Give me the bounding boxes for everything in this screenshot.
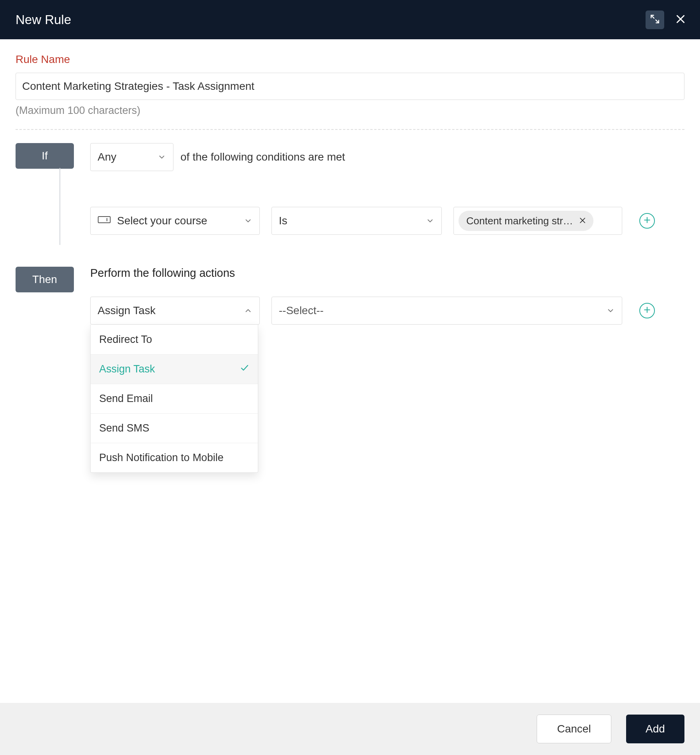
rule-builder: If Any of the following conditions are m… (16, 143, 684, 325)
chevron-down-icon (426, 217, 434, 225)
close-button[interactable] (671, 10, 690, 29)
svg-rect-4 (98, 217, 110, 223)
action-option-label: Send SMS (99, 422, 149, 434)
if-pill: If (16, 143, 74, 169)
then-row: Then Perform the following actions Assig… (16, 267, 684, 325)
connector-line (60, 168, 60, 245)
collapse-button[interactable] (646, 10, 664, 29)
then-content: Perform the following actions Assign Tas… (90, 267, 684, 325)
header-actions (646, 10, 690, 29)
action-target-placeholder: --Select-- (279, 304, 324, 317)
chevron-down-icon (244, 217, 252, 225)
match-mode-select[interactable]: Any (90, 143, 173, 171)
new-rule-modal: New Rule Rule Name (0, 0, 700, 755)
rule-name-label: Rule Name (16, 53, 684, 66)
action-option-label: Redirect To (99, 334, 152, 346)
chevron-up-icon (244, 306, 252, 315)
condition-value-box[interactable]: Content marketing str… (453, 207, 622, 235)
action-option-label: Send Email (99, 393, 153, 405)
then-heading: Perform the following actions (90, 267, 684, 280)
action-option-assign-task[interactable]: Assign Task (91, 354, 258, 384)
plus-icon (643, 306, 651, 315)
chevron-down-icon (606, 306, 615, 315)
action-type-select[interactable]: Assign Task (90, 297, 260, 325)
condition-value-text: Content marketing str… (466, 215, 573, 227)
action-option-label: Assign Task (99, 363, 155, 375)
if-row: If Any of the following conditions are m… (16, 143, 684, 235)
action-option-label: Push Notification to Mobile (99, 452, 224, 464)
action-target-select[interactable]: --Select-- (271, 297, 622, 325)
modal-header: New Rule (0, 0, 700, 39)
action-row: Assign Task Redirect To (90, 297, 684, 325)
modal-title: New Rule (16, 12, 646, 27)
then-pill: Then (16, 267, 74, 292)
action-option-send-sms[interactable]: Send SMS (91, 413, 258, 443)
condition-value-chip[interactable]: Content marketing str… (458, 211, 593, 231)
check-icon (240, 363, 249, 375)
condition-field-select[interactable]: Select your course (90, 207, 260, 235)
modal-body: Rule Name (Maximum 100 characters) If An… (0, 39, 700, 703)
condition-row: Select your course Is (90, 207, 684, 235)
cancel-button-label: Cancel (557, 723, 591, 735)
rule-name-helper: (Maximum 100 characters) (16, 105, 684, 117)
section-divider (16, 129, 684, 130)
add-condition-button[interactable] (639, 213, 655, 229)
chip-remove-icon[interactable] (579, 215, 586, 227)
close-icon (675, 13, 686, 26)
plus-icon (643, 216, 651, 225)
match-mode-value: Any (98, 151, 116, 163)
collapse-icon (650, 14, 660, 26)
add-button-label: Add (646, 723, 665, 735)
if-content: Any of the following conditions are met (90, 143, 684, 235)
action-option-send-email[interactable]: Send Email (91, 384, 258, 413)
cancel-button[interactable]: Cancel (537, 715, 611, 743)
action-type-value: Assign Task (98, 304, 156, 317)
condition-operator-value: Is (279, 215, 287, 227)
if-suffix-text: of the following conditions are met (180, 151, 345, 163)
add-button[interactable]: Add (626, 715, 684, 743)
rule-name-input[interactable] (16, 73, 684, 100)
action-option-push-notification[interactable]: Push Notification to Mobile (91, 443, 258, 472)
modal-footer: Cancel Add (0, 703, 700, 755)
action-option-redirect[interactable]: Redirect To (91, 325, 258, 354)
add-action-button[interactable] (639, 303, 655, 318)
condition-field-label: Select your course (117, 215, 207, 227)
form-field-icon (98, 215, 111, 227)
chevron-down-icon (158, 153, 166, 161)
condition-operator-select[interactable]: Is (271, 207, 442, 235)
action-type-dropdown: Redirect To Assign Task Send Email (90, 325, 258, 473)
